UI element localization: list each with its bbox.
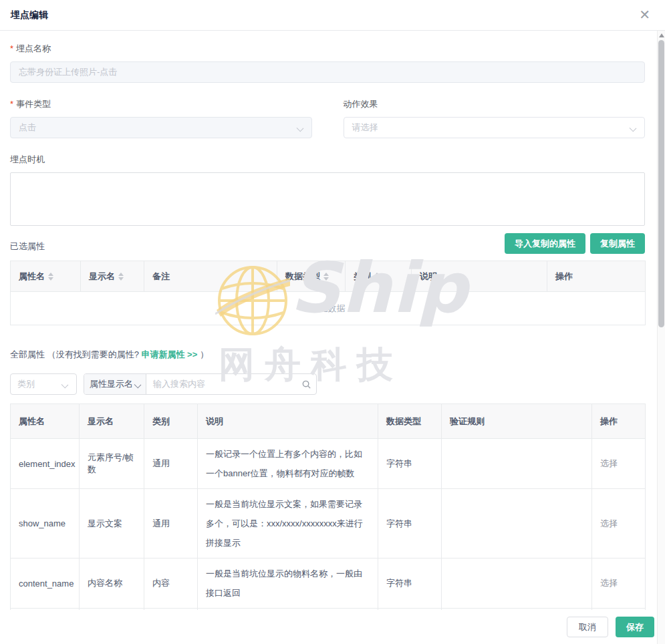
cell-display-name: 元素序号/帧数 bbox=[80, 439, 144, 489]
select-row-link[interactable]: 选择 bbox=[600, 458, 618, 468]
category-filter-placeholder: 类别 bbox=[17, 378, 35, 390]
sort-caret-icon[interactable] bbox=[323, 273, 329, 281]
sort-caret-icon[interactable] bbox=[374, 273, 380, 281]
cell-attr-name: element_index bbox=[11, 439, 80, 489]
empty-data-text: 暂无数据 bbox=[11, 292, 646, 325]
required-star: * bbox=[10, 99, 13, 109]
event-type-select[interactable]: 点击 bbox=[10, 117, 312, 138]
timing-label: 埋点时机 bbox=[10, 154, 645, 166]
table-row: content_name 内容名称 内容 一般是当前坑位显示的物料名称，一般由接… bbox=[11, 558, 646, 609]
cell-attr-name: show_name bbox=[11, 489, 80, 558]
select-row-link[interactable]: 选择 bbox=[600, 578, 618, 588]
name-input-value: 忘带身份证上传照片-点击 bbox=[19, 66, 117, 78]
col-header-category[interactable]: 类别 bbox=[346, 261, 412, 292]
modal-footer: 取消 保存 bbox=[0, 610, 657, 644]
table-row: element_index 元素序号/帧数 通用 一般记录一个位置上有多个内容的… bbox=[11, 439, 646, 489]
chevron-down-icon bbox=[630, 125, 637, 132]
search-button[interactable] bbox=[296, 374, 316, 394]
timing-textarea[interactable] bbox=[10, 172, 645, 226]
action-effect-select[interactable]: 请选择 bbox=[344, 117, 646, 138]
import-copied-attrs-button[interactable]: 导入复制的属性 bbox=[505, 233, 585, 254]
cell-data-type: 字符串 bbox=[378, 558, 442, 609]
chevron-down-icon bbox=[134, 381, 142, 389]
col-header-data-type[interactable]: 数据类型 bbox=[277, 261, 346, 292]
all-attrs-title: 全部属性 bbox=[10, 349, 45, 359]
cell-data-type: 字符串 bbox=[378, 489, 442, 558]
all-attrs-hint-suffix: ） bbox=[197, 349, 209, 359]
cell-attr-name: content_name bbox=[11, 558, 80, 609]
search-input[interactable]: 输入搜索内容 bbox=[146, 374, 296, 394]
cell-display-name: 内容名称 bbox=[80, 558, 144, 609]
chevron-down-icon bbox=[296, 125, 303, 132]
event-type-label: *事件类型 bbox=[10, 98, 312, 110]
search-field-select[interactable]: 属性显示名 bbox=[84, 374, 146, 394]
all-attrs-header-row: 属性名 显示名 类别 说明 数据类型 验证规则 操作 bbox=[11, 404, 646, 439]
search-group: 属性显示名 输入搜索内容 bbox=[84, 373, 317, 395]
vertical-scrollbar[interactable] bbox=[657, 31, 665, 644]
scrollbar-thumb[interactable] bbox=[658, 40, 664, 327]
name-field-label: *埋点名称 bbox=[10, 43, 645, 55]
cell-description: 一般记录一个位置上有多个内容的，比如一个banner位置，物料都有对应的帧数 bbox=[198, 439, 378, 489]
sort-caret-icon[interactable] bbox=[118, 273, 124, 281]
cell-category: 通用 bbox=[144, 489, 198, 558]
cell-description: 一般是当前坑位显示的物料名称，一般由接口返回 bbox=[198, 558, 378, 609]
col-header-action: 操作 bbox=[547, 261, 646, 292]
close-icon[interactable]: ✕ bbox=[639, 7, 650, 22]
col-header-data-type: 数据类型 bbox=[378, 404, 442, 439]
action-effect-label: 动作效果 bbox=[344, 98, 646, 110]
cell-description: 一般是当前坑位显示文案，如果需要记录多个，可以是：xxx/xxxx/xxxxxx… bbox=[198, 489, 378, 558]
sort-caret-icon[interactable] bbox=[48, 273, 53, 281]
col-header-remark: 备注 bbox=[144, 261, 277, 292]
selected-attrs-header-row: 属性名 显示名 备注 数据类型 类别 说明 操作 bbox=[11, 261, 646, 292]
all-attrs-table: 属性名 显示名 类别 说明 数据类型 验证规则 操作 element_index… bbox=[10, 404, 646, 611]
selected-attrs-table: 属性名 显示名 备注 数据类型 类别 说明 操作 暂无数据 bbox=[10, 261, 646, 325]
cell-validation-rule bbox=[442, 558, 592, 609]
save-button[interactable]: 保存 bbox=[616, 617, 654, 637]
search-placeholder: 输入搜索内容 bbox=[153, 378, 205, 390]
col-header-attr-name[interactable]: 属性名 bbox=[11, 261, 81, 292]
cell-category: 内容 bbox=[144, 558, 198, 609]
cell-display-name: 显示文案 bbox=[80, 489, 144, 558]
search-field-value: 属性显示名 bbox=[90, 378, 133, 390]
cancel-button[interactable]: 取消 bbox=[567, 617, 608, 637]
table-row: show_name 显示文案 通用 一般是当前坑位显示文案，如果需要记录多个，可… bbox=[11, 489, 646, 558]
modal-body: *埋点名称 忘带身份证上传照片-点击 *事件类型 点击 动作效果 请选择 bbox=[0, 31, 657, 611]
edit-tracking-modal: 埋点编辑 ✕ *埋点名称 忘带身份证上传照片-点击 *事件类型 点击 bbox=[0, 0, 665, 644]
selected-attrs-title: 已选属性 bbox=[10, 240, 45, 254]
col-header-attr-name: 属性名 bbox=[11, 404, 80, 439]
action-effect-placeholder: 请选择 bbox=[352, 122, 378, 134]
category-filter-select[interactable]: 类别 bbox=[10, 373, 77, 395]
request-new-attr-link[interactable]: 申请新属性 >> bbox=[141, 349, 197, 359]
col-header-description: 说明 bbox=[412, 261, 547, 292]
all-attrs-hint: （没有找到需要的属性? bbox=[47, 349, 142, 359]
scrollbar-up-arrow-icon[interactable] bbox=[659, 33, 664, 37]
modal-header: 埋点编辑 ✕ bbox=[0, 0, 665, 31]
cell-validation-rule bbox=[442, 439, 592, 489]
select-row-link[interactable]: 选择 bbox=[600, 518, 618, 528]
name-input[interactable]: 忘带身份证上传照片-点击 bbox=[10, 61, 645, 83]
cell-validation-rule bbox=[442, 489, 592, 558]
cell-data-type: 字符串 bbox=[378, 439, 442, 489]
modal-title: 埋点编辑 bbox=[11, 9, 48, 21]
search-icon bbox=[301, 379, 311, 389]
col-header-display-name: 显示名 bbox=[80, 404, 144, 439]
chevron-down-icon bbox=[61, 381, 69, 389]
copy-attrs-button[interactable]: 复制属性 bbox=[590, 233, 645, 254]
col-header-display-name[interactable]: 显示名 bbox=[81, 261, 144, 292]
event-type-value: 点击 bbox=[19, 122, 36, 134]
required-star: * bbox=[10, 43, 13, 53]
col-header-description: 说明 bbox=[198, 404, 378, 439]
empty-row: 暂无数据 bbox=[11, 292, 646, 325]
col-header-validation-rule: 验证规则 bbox=[442, 404, 592, 439]
col-header-action: 操作 bbox=[592, 404, 646, 439]
col-header-category: 类别 bbox=[144, 404, 198, 439]
cell-category: 通用 bbox=[144, 439, 198, 489]
